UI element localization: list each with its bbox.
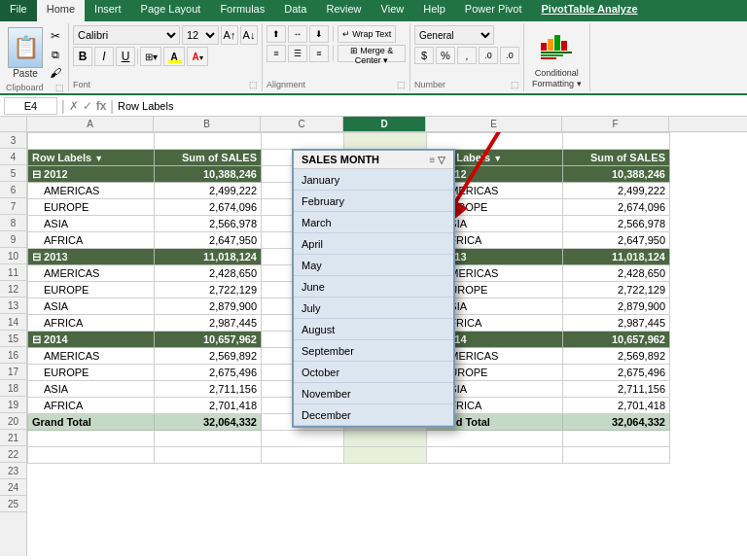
col-header-b[interactable]: B bbox=[154, 117, 261, 131]
alignment-group: ⬆ ↔ ⬇ ↵ Wrap Text ≡ ☰ ≡ ⊞ Merge & Center… bbox=[263, 23, 410, 91]
month-item-march[interactable]: March bbox=[294, 212, 453, 233]
bold-button[interactable]: B bbox=[73, 47, 92, 66]
table-row bbox=[28, 447, 670, 464]
cut-button[interactable]: ✂ bbox=[47, 27, 64, 45]
fill-color-button[interactable]: A bbox=[163, 47, 185, 66]
tab-insert[interactable]: Insert bbox=[85, 0, 131, 21]
month-item-june[interactable]: June bbox=[294, 276, 453, 298]
font-name-select[interactable]: Calibri bbox=[73, 25, 180, 45]
pivot-left-header-value: Sum of SALES bbox=[155, 150, 262, 166]
align-top-button[interactable]: ⬆ bbox=[267, 25, 286, 43]
copy-button[interactable]: ⧉ bbox=[47, 46, 64, 63]
tab-data[interactable]: Data bbox=[274, 0, 316, 21]
currency-button[interactable]: $ bbox=[414, 47, 434, 64]
sales-month-controls[interactable]: ≡ ▽ bbox=[429, 155, 445, 165]
cell-reference-box[interactable] bbox=[4, 97, 57, 115]
sales-month-header: SALES MONTH ≡ ▽ bbox=[294, 151, 453, 169]
decrease-decimal-button[interactable]: .0 bbox=[500, 47, 519, 64]
col-header-a[interactable]: A bbox=[27, 117, 154, 131]
tab-help[interactable]: Help bbox=[413, 0, 455, 21]
month-item-february[interactable]: February bbox=[294, 191, 453, 212]
col-header-f[interactable]: F bbox=[562, 117, 669, 131]
borders-button[interactable]: ⊞▾ bbox=[140, 47, 161, 66]
number-group: General $ % , .0 .0 Number ⬚ bbox=[410, 23, 524, 91]
align-left-button[interactable]: ≡ bbox=[267, 45, 286, 62]
col-header-e[interactable]: E bbox=[426, 117, 562, 131]
insert-function-icon[interactable]: fx bbox=[96, 99, 107, 113]
increase-decimal-button[interactable]: .0 bbox=[479, 47, 498, 64]
align-right-button[interactable]: ≡ bbox=[309, 45, 329, 62]
formula-bar-divider: | bbox=[61, 98, 65, 114]
align-middle-button[interactable]: ↔ bbox=[288, 25, 307, 43]
tab-pivottable-analyze[interactable]: PivotTable Analyze bbox=[532, 0, 648, 21]
tab-view[interactable]: View bbox=[372, 0, 414, 21]
sales-month-dropdown[interactable]: SALES MONTH ≡ ▽ January February March A… bbox=[292, 149, 455, 428]
clipboard-group: 📋 Paste ✂ ⧉ 🖌 Clipboard ⬚ bbox=[2, 23, 69, 91]
confirm-icon[interactable]: ✓ bbox=[83, 99, 92, 113]
align-center-button[interactable]: ☰ bbox=[288, 45, 307, 62]
conditional-formatting-group: ConditionalFormatting ▾ bbox=[524, 23, 590, 91]
pivot-right-header-value: Sum of SALES bbox=[563, 150, 670, 166]
underline-button[interactable]: U bbox=[116, 47, 135, 66]
conditional-formatting-button[interactable] bbox=[535, 25, 578, 68]
tab-power-pivot[interactable]: Power Pivot bbox=[455, 0, 532, 21]
merge-center-button[interactable]: ⊞ Merge & Center ▾ bbox=[338, 45, 406, 62]
increase-font-button[interactable]: A↑ bbox=[221, 25, 238, 45]
month-item-december[interactable]: December bbox=[294, 404, 453, 426]
italic-button[interactable]: I bbox=[94, 47, 114, 66]
font-group: Calibri 12 A↑ A↓ B I U ⊞▾ A A▾ bbox=[69, 23, 263, 91]
month-item-april[interactable]: April bbox=[294, 233, 453, 255]
decrease-font-button[interactable]: A↓ bbox=[240, 25, 258, 45]
percent-button[interactable]: % bbox=[436, 47, 455, 64]
align-bottom-button[interactable]: ⬇ bbox=[309, 25, 329, 43]
format-painter-button[interactable]: 🖌 bbox=[47, 64, 64, 82]
row-numbers-column: 3 4 5 6 7 8 9 10 11 12 13 14 15 16 17 18… bbox=[0, 132, 27, 556]
cancel-icon[interactable]: ✗ bbox=[69, 99, 79, 113]
wrap-text-button[interactable]: ↵ Wrap Text bbox=[338, 25, 396, 43]
col-header-d[interactable]: D bbox=[343, 117, 426, 131]
month-item-may[interactable]: May bbox=[294, 255, 453, 276]
font-size-select[interactable]: 12 bbox=[182, 25, 219, 45]
row-numbers-header bbox=[0, 117, 27, 131]
tab-formulas[interactable]: Formulas bbox=[210, 0, 274, 21]
month-item-september[interactable]: September bbox=[294, 340, 453, 362]
month-item-july[interactable]: July bbox=[294, 298, 453, 319]
comma-button[interactable]: , bbox=[457, 47, 477, 64]
tab-home[interactable]: Home bbox=[37, 0, 85, 21]
pivot-left-header-label: Row Labels ▼ bbox=[28, 150, 155, 166]
table-row bbox=[28, 431, 670, 447]
font-color-button[interactable]: A▾ bbox=[187, 47, 208, 66]
col-header-c[interactable]: C bbox=[261, 117, 343, 131]
formula-input[interactable] bbox=[118, 100, 743, 112]
sales-month-title: SALES MONTH bbox=[302, 154, 379, 165]
formula-bar-separator: | bbox=[110, 98, 114, 114]
paste-button[interactable]: 📋 Paste bbox=[6, 25, 45, 82]
tab-review[interactable]: Review bbox=[316, 0, 371, 21]
month-item-november[interactable]: November bbox=[294, 383, 453, 404]
tab-file[interactable]: File bbox=[0, 0, 37, 21]
table-row bbox=[28, 133, 670, 150]
pivot-year-label: ⊟ 2012 bbox=[28, 166, 155, 183]
pivot-year-value: 10,388,246 bbox=[155, 166, 262, 183]
month-item-august[interactable]: August bbox=[294, 319, 453, 340]
number-format-select[interactable]: General bbox=[414, 25, 494, 45]
tab-page-layout[interactable]: Page Layout bbox=[131, 0, 211, 21]
month-item-october[interactable]: October bbox=[294, 362, 453, 383]
month-item-january[interactable]: January bbox=[294, 169, 453, 191]
conditional-formatting-label: ConditionalFormatting ▾ bbox=[532, 68, 582, 89]
